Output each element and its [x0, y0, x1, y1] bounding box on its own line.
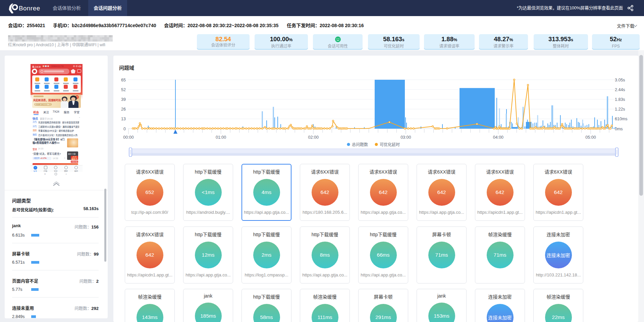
svg-text:13: 13: [121, 117, 126, 121]
svg-text:01:00: 01:00: [216, 135, 226, 140]
svg-text:总问题数: 总问题数: [352, 142, 368, 147]
svg-text:0: 0: [123, 127, 126, 131]
svg-text:39: 39: [121, 97, 126, 102]
svg-text:03:00: 03:00: [400, 135, 411, 140]
svg-text:610ms: 610ms: [615, 117, 628, 121]
svg-text:1.83s: 1.83s: [615, 97, 625, 102]
svg-text:1.22s: 1.22s: [615, 107, 625, 112]
svg-text:02:00: 02:00: [308, 135, 319, 140]
svg-text:26: 26: [121, 107, 126, 112]
svg-text:65: 65: [121, 78, 126, 82]
svg-text:04:00: 04:00: [493, 135, 503, 140]
svg-text:可优化延时: 可优化延时: [380, 142, 400, 147]
svg-text:05:00: 05:00: [585, 135, 596, 140]
svg-text:3.05s: 3.05s: [615, 78, 625, 82]
svg-text:2.44s: 2.44s: [615, 87, 625, 92]
svg-text:0ms: 0ms: [615, 127, 623, 131]
svg-text:Bonree: Bonree: [19, 5, 40, 12]
svg-text:00:00: 00:00: [123, 135, 133, 140]
svg-text:52: 52: [121, 87, 126, 92]
